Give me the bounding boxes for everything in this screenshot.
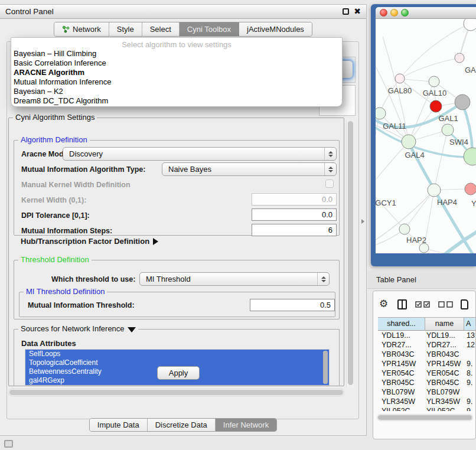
settings-vertical-scrollbar[interactable] xyxy=(346,120,354,387)
network-window-titlebar[interactable] xyxy=(376,7,476,19)
label-gal80: GAL80 xyxy=(388,86,412,95)
minimize-traffic-light-icon[interactable] xyxy=(390,9,398,17)
combo-arrows-icon xyxy=(324,163,336,175)
node-hap2[interactable] xyxy=(399,224,410,234)
network-icon xyxy=(62,25,70,33)
column-header-shared-name[interactable]: shared... xyxy=(378,317,425,331)
apply-button[interactable]: Apply xyxy=(157,366,200,380)
label-gal-partial: GAL xyxy=(465,66,476,74)
control-panel-title: Control Panel xyxy=(5,7,54,16)
float-window-icon[interactable] xyxy=(343,8,349,15)
table-row[interactable]: YIL052CYIL052C9 xyxy=(378,406,475,411)
table-horizontal-scrollbar[interactable] xyxy=(377,414,473,421)
node-gal-partial[interactable] xyxy=(455,53,464,63)
node-swi4[interactable] xyxy=(442,124,454,136)
network-view-window[interactable]: GAL GAL80 GAL10 GAL1 GAL11 SWI4 GAL4 GCY… xyxy=(371,4,476,266)
table-rows: YDL19...YDL19...13 YDR27...YDR27...12 YB… xyxy=(378,331,475,411)
settings-horizontal-scrollbar[interactable] xyxy=(8,389,344,396)
deselect-all-columns-icon[interactable] xyxy=(438,301,453,308)
panel-splitter-handle[interactable] xyxy=(361,219,364,224)
collapsed-arrow-icon xyxy=(153,238,158,245)
node-unlabeled-top[interactable] xyxy=(464,19,476,31)
hub-definition-label: Hub/Transcription Factor Definition xyxy=(21,237,149,246)
table-row[interactable]: YBR043CYBR043C xyxy=(378,350,475,359)
which-threshold-select[interactable]: MI Threshold xyxy=(139,272,330,286)
zoom-traffic-light-icon[interactable] xyxy=(401,9,409,17)
manual-kernel-checkbox[interactable] xyxy=(325,180,334,188)
node-gray[interactable] xyxy=(455,94,470,110)
split-pane-icon[interactable] xyxy=(397,299,407,309)
table-row[interactable]: YER054CYER054C8. xyxy=(378,369,475,378)
control-panel-titlebar: Control Panel ✖ xyxy=(0,5,366,19)
table-row[interactable]: YDR27...YDR27...12 xyxy=(378,340,475,350)
column-header-name[interactable]: name xyxy=(425,317,464,331)
screen: Control Panel ✖ Network Styl xyxy=(0,0,476,450)
aracne-mode-select[interactable]: Discovery xyxy=(63,147,337,161)
mi-type-select[interactable]: Naive Bayes xyxy=(162,162,337,176)
dropdown-option-mutual-information[interactable]: Mutual Information Inference xyxy=(11,77,342,87)
node-gal11[interactable] xyxy=(376,107,386,119)
aracne-mode-value: Discovery xyxy=(69,149,103,158)
table-panel-titlebar: Table Panel xyxy=(367,270,476,289)
table-row[interactable]: YDL19...YDL19...13 xyxy=(378,331,475,340)
node-red-gal1[interactable] xyxy=(430,100,442,112)
tab-infer-network[interactable]: Infer Network xyxy=(216,419,276,431)
table-row[interactable]: YBR045CYBR045C9. xyxy=(378,378,475,387)
expanded-arrow-icon xyxy=(128,327,136,332)
export-table-icon[interactable] xyxy=(461,299,468,309)
table-panel-title: Table Panel xyxy=(376,275,416,284)
gear-icon[interactable]: ⚙ xyxy=(379,296,388,312)
dropdown-option-dream8[interactable]: Dream8 DC_TDC Algorithm xyxy=(11,96,342,106)
table-row[interactable]: YLR345WYLR345W9. xyxy=(378,397,475,406)
sources-title-label: Sources for Network Inference xyxy=(21,324,125,333)
tab-impute-data[interactable]: Impute Data xyxy=(90,419,148,431)
tab-network[interactable]: Network xyxy=(54,22,109,36)
table-row[interactable]: YPR145WYPR145W9. xyxy=(378,359,475,369)
label-y-partial: Y xyxy=(471,199,476,208)
table-panel-box: ⚙ shared... name A YDL19...YDL19...13 YD… xyxy=(373,291,476,439)
node-small-bottom[interactable] xyxy=(419,243,429,253)
attribute-selfloops[interactable]: SelfLoops xyxy=(25,350,329,358)
sources-title-toggle[interactable]: Sources for Network Inference xyxy=(18,324,138,333)
label-gcy1: GCY1 xyxy=(376,198,396,207)
dropdown-option-basic-correlation[interactable]: Basic Correlation Inference xyxy=(11,58,342,68)
kernel-width-input[interactable]: 0.0 xyxy=(252,193,337,206)
cyni-algorithm-settings-group: Cyni Algorithm Settings Algorithm Defini… xyxy=(8,118,344,386)
network-graph: GAL GAL80 GAL10 GAL1 GAL11 SWI4 GAL4 GCY… xyxy=(376,19,476,253)
dropdown-option-bayesian-k2[interactable]: Bayesian – K2 xyxy=(11,87,342,96)
hub-definition-toggle[interactable]: Hub/Transcription Factor Definition xyxy=(21,237,158,246)
select-all-columns-icon[interactable] xyxy=(415,301,430,308)
mi-steps-input[interactable]: 6 xyxy=(252,224,337,236)
node-gal4[interactable] xyxy=(402,135,416,149)
close-icon[interactable]: ✖ xyxy=(354,8,361,15)
tab-cyni-toolbox[interactable]: Cyni Toolbox xyxy=(180,22,239,36)
label-gal11: GAL11 xyxy=(383,122,406,131)
network-canvas[interactable]: GAL GAL80 GAL10 GAL1 GAL11 SWI4 GAL4 GCY… xyxy=(376,19,476,253)
node-large-green[interactable] xyxy=(464,148,476,165)
tab-select[interactable]: Select xyxy=(142,22,180,36)
collapsed-panel-icon[interactable] xyxy=(4,440,13,448)
node-gal10[interactable] xyxy=(429,76,439,87)
table-row[interactable]: YBL079WYBL079W xyxy=(378,387,475,397)
tab-jactivemnodules[interactable]: jActiveMNodules xyxy=(239,22,312,36)
tab-jactivemnodules-label: jActiveMNodules xyxy=(247,25,304,34)
control-panel-window: Control Panel ✖ Network Styl xyxy=(0,4,367,436)
mi-type-label: Mutual Information Algorithm Type: xyxy=(21,165,145,174)
label-gal10: GAL10 xyxy=(423,89,446,97)
node-gal80[interactable] xyxy=(395,74,405,83)
close-traffic-light-icon[interactable] xyxy=(380,9,387,17)
node-salmon[interactable] xyxy=(465,183,476,195)
column-header-partial[interactable]: A xyxy=(464,317,476,331)
label-swi4: SWI4 xyxy=(449,138,468,146)
mi-threshold-input[interactable]: 0.5 xyxy=(250,299,335,311)
algorithm-definition-title: Algorithm Definition xyxy=(18,135,90,144)
dropdown-option-bayesian-hill-climbing[interactable]: Bayesian – Hill Climbing xyxy=(11,49,342,58)
tab-discretize-data[interactable]: Discretize Data xyxy=(148,419,216,431)
attributes-list-scrollbar[interactable] xyxy=(323,351,328,384)
dropdown-option-aracne[interactable]: ARACNE Algorithm xyxy=(11,68,342,77)
node-hap4[interactable] xyxy=(428,184,441,197)
which-threshold-value: MI Threshold xyxy=(146,275,191,283)
dpi-tolerance-input[interactable]: 0.0 xyxy=(252,208,337,221)
dropdown-placeholder: Select algorithm to view settings xyxy=(11,38,342,49)
tab-style[interactable]: Style xyxy=(109,22,142,36)
